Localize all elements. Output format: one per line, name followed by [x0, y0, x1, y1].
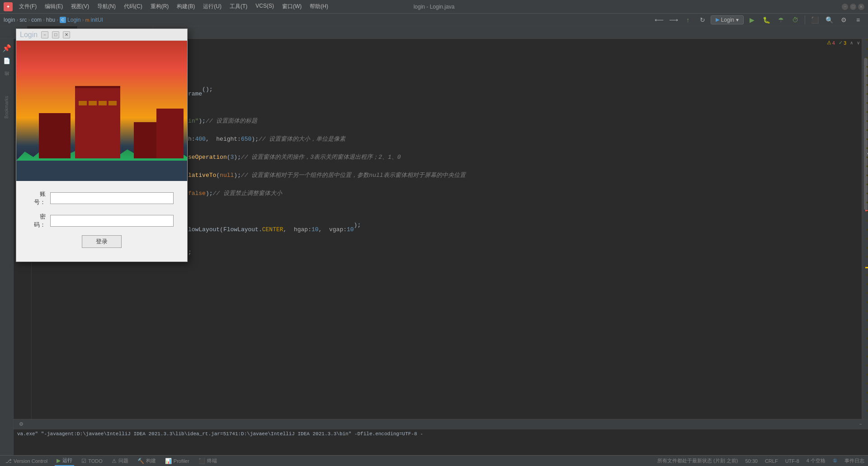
bottom-tab-vcs[interactable]: ⎇ Version Control [4, 456, 49, 466]
close-button[interactable]: ✕ [858, 4, 864, 10]
bottom-tab-terminal[interactable]: ⬛ 终端 [197, 456, 219, 466]
problems-label: 问题 [118, 457, 128, 464]
terminal-icon: ⬛ [198, 458, 205, 464]
menu-edit[interactable]: 编辑(E) [41, 2, 66, 11]
cursor-position: 50:30 [745, 458, 758, 464]
menu-run[interactable]: 运行(U) [199, 2, 225, 11]
menu-view[interactable]: 视图(V) [67, 2, 93, 11]
building-far-right [156, 109, 184, 158]
menu-tools[interactable]: 工具(T) [226, 2, 251, 11]
run-config-icon: ▶ [716, 17, 719, 23]
toolbar-separator [805, 15, 805, 24]
structure-label[interactable]: 结构 [3, 78, 11, 81]
menu-help[interactable]: 帮助(H) [306, 2, 332, 11]
event-log-label[interactable]: 事件日志 [844, 457, 864, 464]
window-controls: － □ ✕ [842, 4, 864, 10]
output-collapse-button[interactable]: － [856, 420, 864, 428]
profiler-label: Profiler [174, 458, 189, 464]
preview-restore-button[interactable]: □ [52, 31, 59, 38]
bottom-tab-problems[interactable]: ⚠ 问题 [110, 456, 130, 466]
app-icon: ✦ [4, 2, 13, 11]
stop-button[interactable]: ⬛ [808, 14, 821, 26]
minimize-button[interactable]: － [842, 4, 848, 10]
back-button[interactable]: ⟵ [653, 14, 665, 26]
menu-refactor[interactable]: 重构(R) [147, 2, 173, 11]
run-config-label: Login [721, 17, 734, 23]
settings-button[interactable]: ⚙ [837, 14, 850, 26]
indent: 4 个空格 [807, 457, 826, 464]
password-input[interactable] [50, 215, 174, 227]
menu-window[interactable]: 窗口(W) [278, 2, 305, 11]
coverage-button[interactable]: ☂ [774, 14, 787, 26]
bookmarks-label[interactable]: Bookmarks [3, 94, 10, 120]
search-button[interactable]: 🔍 [823, 14, 835, 26]
sidebar-icon-bookmark[interactable]: 📌 [2, 43, 11, 52]
preview-title: Login [20, 31, 38, 39]
line-ending: CRLF [765, 458, 778, 464]
code-line-47 [43, 266, 862, 275]
login-button[interactable]: 登录 [82, 235, 122, 248]
password-row: 密码： [30, 213, 174, 229]
maximize-button[interactable]: □ [850, 4, 856, 10]
problems-icon: ⚠ [112, 458, 117, 464]
class-icon: C [60, 17, 66, 23]
title-bar: ✦ 文件(F) 编辑(E) 视图(V) 导航(N) 代码(C) 重构(R) 构建… [0, 0, 868, 14]
bottom-status-area: 所有文件都处于最新状态 (片刻 之前) 50:30 CRLF UTF-8 4 个… [657, 457, 864, 464]
account-row: 账号： [30, 190, 174, 206]
output-panel: ⚙ － va.exe" "-javaagent:D:\javaee\Intell… [14, 419, 868, 455]
building-left [39, 113, 71, 158]
password-label: 密码： [30, 213, 46, 229]
profiler-icon: 📊 [165, 458, 172, 464]
sidebar-icon-file[interactable]: 📄 [2, 56, 11, 65]
road-area [16, 158, 187, 181]
menu-code[interactable]: 代码(C) [120, 2, 146, 11]
menu-navigate[interactable]: 导航(N) [94, 2, 119, 11]
up-button[interactable]: ↑ [682, 14, 694, 26]
building-right [134, 122, 156, 158]
method-icon: m [85, 17, 89, 23]
bottom-tab-profiler[interactable]: 📊 Profiler [163, 456, 191, 466]
run-label: 运行 [62, 457, 72, 464]
profile-button[interactable]: ⏱ [789, 14, 802, 26]
form-button-row: 登录 [30, 235, 174, 248]
forward-button[interactable]: ⟶ [667, 14, 680, 26]
breadcrumb-com[interactable]: com [31, 17, 42, 23]
preview-image [16, 41, 187, 181]
right-scrollbar[interactable] [862, 39, 868, 419]
run-config-dropdown[interactable]: ▶ Login ▾ [711, 15, 744, 24]
breadcrumb-hbu[interactable]: hbu [46, 17, 55, 23]
breadcrumb-initui[interactable]: initUI [91, 17, 103, 23]
preview-minimize-button[interactable]: － [41, 31, 48, 38]
refresh-button[interactable]: ↻ [696, 14, 709, 26]
breadcrumb-login[interactable]: login [4, 17, 15, 23]
dropdown-icon: ▾ [736, 17, 739, 23]
run-icon: ▶ [57, 457, 61, 464]
breadcrumb-bar: login › src › com › hbu › C Login › m in… [0, 14, 868, 26]
vcs-icon: ⎇ [5, 458, 12, 464]
bottom-tab-todo[interactable]: ☑ TODO [80, 456, 104, 466]
bottom-tab-run[interactable]: ▶ 运行 [55, 456, 74, 466]
run-button[interactable]: ▶ [745, 14, 758, 26]
building-main [75, 86, 120, 158]
left-sidebar: 📌 📄 结构 Bookmarks [0, 39, 14, 455]
build-icon: 🔨 [137, 458, 144, 464]
preview-close-button[interactable]: ✕ [63, 31, 70, 38]
account-label: 账号： [30, 190, 46, 206]
menu-file[interactable]: 文件(F) [15, 2, 40, 11]
bottom-tab-build[interactable]: 🔨 构建 [136, 456, 158, 466]
account-input[interactable] [50, 192, 174, 204]
more-button[interactable]: ≡ [852, 14, 864, 26]
breadcrumb-login-class[interactable]: Login [67, 17, 80, 23]
todo-icon: ☑ [81, 458, 86, 464]
preview-form: 账号： 密码： 登录 [16, 181, 187, 262]
terminal-label: 终端 [207, 457, 217, 464]
preview-window: Login － □ ✕ 账号： 密码： [16, 29, 188, 262]
debug-button[interactable]: 🐛 [760, 14, 773, 26]
event-count-badge: ① [833, 458, 837, 464]
output-settings-button[interactable]: ⚙ [17, 420, 25, 428]
menu-vcs[interactable]: VCS(S) [252, 2, 278, 11]
todo-label: TODO [88, 458, 103, 464]
menu-build[interactable]: 构建(B) [173, 2, 198, 11]
breadcrumb-src[interactable]: src [19, 17, 27, 23]
code-line-49 [43, 284, 862, 293]
